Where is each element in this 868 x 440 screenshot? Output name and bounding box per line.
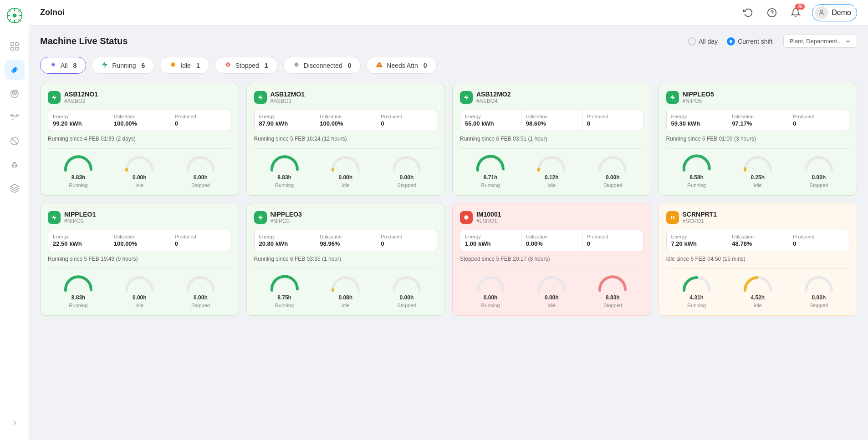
notifications-button[interactable]: 28	[788, 5, 803, 20]
gauge-label-idle: Idle	[754, 303, 762, 308]
machine-card[interactable]: ASB12NO1 #ASBO2 Energy 99.20 kWh Utiliza…	[40, 83, 239, 196]
gauge-value-running: 4.31h	[689, 294, 704, 301]
sidebar-item-maintenance[interactable]	[5, 84, 25, 104]
produced-label: Produced	[175, 234, 226, 239]
user-menu-button[interactable]: Demo	[812, 4, 857, 21]
app-logo[interactable]	[6, 7, 23, 33]
gauge-value-idle: 0.00h	[133, 174, 147, 181]
gauge-label-running: Running	[69, 182, 88, 188]
svg-point-34	[379, 66, 380, 66]
card-machine-name: NIPPLEO3	[271, 211, 302, 218]
filter-tab-disconnected[interactable]: Disconnected 0	[283, 57, 361, 74]
card-machine-name: IM10001	[476, 211, 501, 218]
sidebar-item-grid[interactable]	[5, 36, 25, 56]
card-metrics: Energy 20.80 kWh Utilization 98.96% Prod…	[254, 230, 438, 251]
card-status-icon	[460, 211, 473, 224]
machine-card[interactable]: ASB12MO1 #ASBO3 Energy 87.90 kWh Utiliza…	[246, 83, 445, 196]
card-machine-name: ASB12MO2	[476, 91, 511, 98]
machine-card[interactable]: SCRNPRT1 #SCPO1 Energy 7.20 kWh Utilizat…	[659, 203, 858, 316]
produced-value: 0	[793, 120, 844, 127]
metric-energy: Energy 20.80 kWh	[255, 230, 316, 251]
gauge-idle: 0.00h Idle	[330, 154, 362, 188]
card-status-icon	[254, 91, 267, 104]
filter-tab-running[interactable]: Running 6	[92, 57, 154, 74]
svg-rect-11	[15, 43, 18, 46]
gauge-idle: 0.00h Idle	[123, 274, 155, 308]
energy-value: 55.00 kWh	[465, 120, 516, 127]
filter-tab-idle[interactable]: Idle 1	[160, 57, 209, 74]
sidebar-item-robot[interactable]	[5, 155, 25, 175]
card-header: NIPPLEO5 #NIPO5	[666, 91, 850, 104]
gauge-label-stopped: Stopped	[397, 182, 416, 188]
time-radio-group: All day Current shift	[688, 37, 772, 46]
plant-department-dropdown[interactable]: Plant, Department...	[783, 35, 857, 48]
metric-utilization: Utilization 100.00%	[109, 110, 170, 131]
card-status-text: Running since 6 FEB 03:51 (1 hour)	[460, 136, 643, 142]
card-status-icon	[666, 211, 679, 224]
svg-point-22	[15, 165, 16, 166]
filter-tab-stopped[interactable]: Stopped 1	[215, 57, 278, 74]
card-machine-name: SCRNPRT1	[683, 211, 717, 218]
metric-produced: Produced 0	[582, 230, 643, 251]
radio-allday[interactable]: All day	[688, 37, 718, 46]
filter-icon-disconnected	[293, 61, 300, 70]
energy-label: Energy	[259, 234, 311, 239]
metric-utilization: Utilization 100.00%	[315, 110, 376, 131]
card-divider	[254, 148, 438, 149]
gauge-value-stopped: 0.00h	[812, 294, 826, 301]
card-metrics: Energy 7.20 kWh Utilization 48.78% Produ…	[666, 230, 850, 251]
sidebar-item-layers[interactable]	[5, 178, 25, 198]
help-button[interactable]	[765, 5, 779, 20]
filter-tab-needs-attn[interactable]: Needs Attn 0	[366, 57, 436, 74]
svg-point-17	[16, 115, 18, 116]
gauge-running: 8.71h Running	[475, 154, 506, 188]
refresh-button[interactable]	[741, 5, 756, 20]
card-divider	[48, 268, 231, 269]
svg-point-25	[821, 10, 823, 12]
sidebar-item-live[interactable]	[5, 60, 25, 80]
sidebar-item-disabled[interactable]	[5, 131, 25, 151]
filter-tab-all[interactable]: All 8	[40, 57, 86, 74]
card-machine-code: #LSRO1	[476, 218, 501, 224]
svg-point-21	[13, 165, 14, 166]
gauge-label-running: Running	[687, 182, 706, 188]
machine-card[interactable]: NIPPLEO5 #NIPO5 Energy 59.30 kWh Utiliza…	[659, 83, 858, 196]
main-content: Zolnoi 28	[29, 0, 868, 440]
produced-label: Produced	[587, 114, 638, 119]
metric-energy: Energy 59.30 kWh	[667, 110, 728, 131]
filter-count-all: 8	[73, 62, 77, 69]
metric-produced: Produced 0	[170, 110, 231, 131]
gauge-value-running: 0.00h	[484, 294, 498, 301]
utilization-label: Utilization	[114, 114, 165, 119]
svg-point-9	[12, 14, 16, 18]
energy-value: 7.20 kWh	[671, 240, 723, 247]
produced-value: 0	[587, 120, 638, 127]
card-header: ASB12MO1 #ASBO3	[254, 91, 438, 104]
machine-card[interactable]: ASB12MO2 #ASBO4 Energy 55.00 kWh Utiliza…	[452, 83, 651, 196]
filter-count-running: 6	[142, 62, 145, 69]
machine-card[interactable]: NIPPLEO1 #NIPO1 Energy 22.50 kWh Utiliza…	[40, 203, 239, 316]
radio-current-shift-circle	[727, 37, 735, 46]
card-status-icon	[460, 91, 473, 104]
radio-allday-circle	[688, 37, 696, 46]
machine-card[interactable]: IM10001 #LSRO1 Energy 1.00 kWh Utilizati…	[452, 203, 651, 316]
machine-cards-grid: ASB12NO1 #ASBO2 Energy 99.20 kWh Utiliza…	[40, 83, 857, 316]
svg-rect-12	[10, 47, 13, 50]
gauge-label-idle: Idle	[754, 182, 762, 188]
radio-current-shift[interactable]: Current shift	[727, 37, 772, 46]
card-gauges: 4.31h Running 4.52h Idle 0.00h Stopped	[666, 274, 850, 308]
produced-value: 0	[587, 240, 638, 247]
machine-card[interactable]: NIPPLEO3 #NIPO3 Energy 20.80 kWh Utiliza…	[246, 203, 445, 316]
utilization-value: 48.78%	[732, 240, 783, 247]
sidebar-expand-btn[interactable]	[5, 413, 25, 433]
utilization-value: 97.17%	[732, 120, 783, 127]
gauge-label-stopped: Stopped	[603, 182, 622, 188]
card-machine-code: #NIPO1	[64, 218, 96, 224]
gauge-label-running: Running	[275, 303, 294, 308]
metric-produced: Produced 0	[788, 230, 849, 251]
gauge-value-running: 8.83h	[71, 294, 86, 301]
filter-label-idle: Idle	[180, 62, 191, 69]
page-header-right: All day Current shift Plant, Department.…	[688, 35, 857, 48]
filter-count-idle: 1	[196, 62, 200, 69]
sidebar-item-analytics[interactable]	[5, 107, 25, 127]
